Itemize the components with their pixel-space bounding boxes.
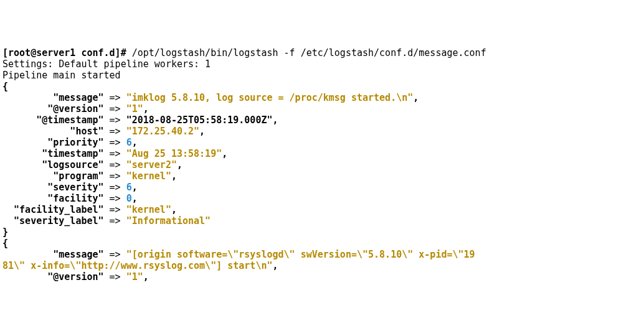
key-ts: "timestamp" <box>2 148 104 159</box>
arrow: => <box>104 182 126 193</box>
val-severity: 6 <box>126 182 132 193</box>
brace-open: { <box>2 238 8 249</box>
val-priority: 6 <box>126 137 132 148</box>
val-ts: "Aug 25 13:58:19" <box>126 148 222 159</box>
brace-close: } <box>2 227 8 238</box>
arrow: => <box>104 171 126 182</box>
arrow: => <box>104 137 126 148</box>
val-severity-label: "Informational" <box>126 215 211 227</box>
key-severity: "severity" <box>2 182 104 193</box>
comma: , <box>413 92 419 103</box>
pipeline-line: Pipeline main started <box>2 70 121 81</box>
command: /opt/logstash/bin/logstash -f /etc/logst… <box>132 47 486 58</box>
arrow: => <box>104 159 126 171</box>
arrow: => <box>104 271 126 283</box>
arrow: => <box>104 249 126 260</box>
comma: , <box>171 171 177 182</box>
arrow: => <box>104 126 126 137</box>
val-version: "1" <box>126 271 143 283</box>
val-program: "kernel" <box>126 171 171 182</box>
brace-open: { <box>2 81 8 92</box>
key-program: "program" <box>2 171 104 182</box>
key-version: "@version" <box>2 271 104 283</box>
shell-prompt: [root@server1 conf.d]# <box>2 47 132 58</box>
comma: , <box>222 148 227 159</box>
val-facility: 0 <box>126 193 132 204</box>
val-logsource: "server2" <box>126 159 177 171</box>
comma: , <box>132 193 138 204</box>
settings-line: Settings: Default pipeline workers: 1 <box>2 58 211 70</box>
key-priority: "priority" <box>2 137 104 148</box>
val-facility-label: "kernel" <box>126 204 171 215</box>
key-logsource: "logsource" <box>2 159 104 171</box>
arrow: => <box>104 103 126 114</box>
arrow: => <box>104 204 126 215</box>
comma: , <box>132 182 138 193</box>
arrow: => <box>104 114 126 126</box>
arrow: => <box>104 148 126 159</box>
val-message-line2: 81\" x-info=\"http://www.rsyslog.com\"] … <box>2 260 272 271</box>
key-timestamp: "@timestamp" <box>2 114 104 126</box>
key-message: "message" <box>2 92 104 103</box>
comma: , <box>143 271 149 283</box>
key-message: "message" <box>2 249 104 260</box>
val-host: "172.25.40.2" <box>126 126 199 137</box>
comma: , <box>171 204 177 215</box>
comma: , <box>143 103 149 114</box>
key-facility-label: "facility_label" <box>2 204 104 215</box>
val-version: "1" <box>126 103 143 114</box>
comma: , <box>272 260 278 271</box>
comma: , <box>177 159 182 171</box>
val-message-line1: "[origin software=\"rsyslogd\" swVersion… <box>126 249 475 260</box>
key-severity-label: "severity_label" <box>2 215 104 227</box>
arrow: => <box>104 92 126 103</box>
key-facility: "facility" <box>2 193 104 204</box>
val-message: "imklog 5.8.10, log source = /proc/kmsg … <box>126 92 414 103</box>
comma: , <box>199 126 205 137</box>
key-host: "host" <box>2 126 104 137</box>
val-timestamp: "2018-08-25T05:58:19.000Z" <box>126 114 273 126</box>
terminal-output: [root@server1 conf.d]# /opt/logstash/bin… <box>2 47 486 283</box>
key-version: "@version" <box>2 103 104 114</box>
comma: , <box>273 114 278 126</box>
comma: , <box>132 137 138 148</box>
arrow: => <box>104 215 126 227</box>
arrow: => <box>104 193 126 204</box>
